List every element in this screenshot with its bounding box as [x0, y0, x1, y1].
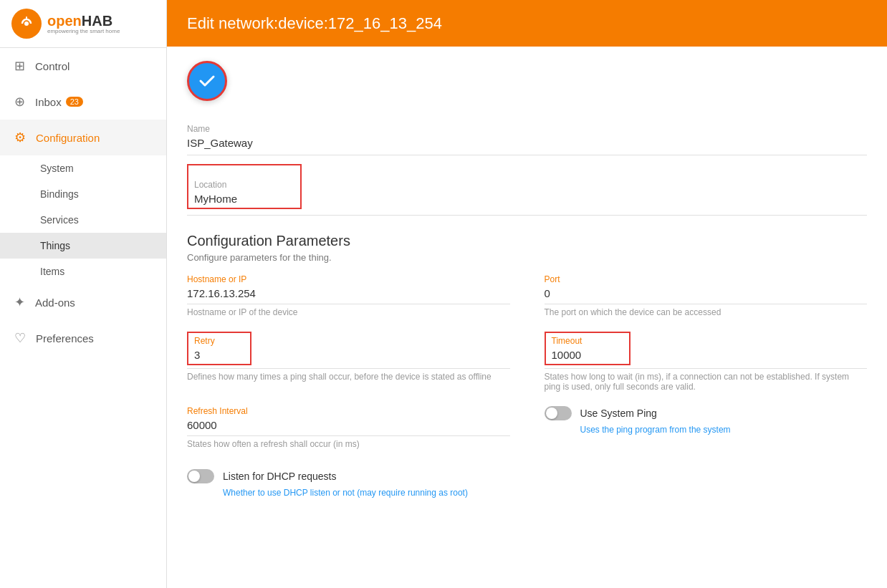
- inbox-icon: ⊕: [14, 94, 25, 110]
- system-label: System: [40, 163, 74, 174]
- location-field-highlighted: Location MyHome: [187, 164, 302, 209]
- hostname-desc: Hostname or IP of the device: [187, 307, 510, 317]
- sidebar-item-things[interactable]: Things: [0, 233, 166, 259]
- section-title: Configuration Parameters: [187, 233, 867, 249]
- name-value: ISP_Gateway: [187, 137, 867, 155]
- logo: open HAB empowering the smart home: [0, 0, 166, 48]
- svg-rect-2: [26, 16, 27, 19]
- svg-point-1: [24, 21, 29, 26]
- system-ping-toggle[interactable]: [545, 406, 572, 420]
- items-label: Items: [40, 266, 64, 277]
- things-label: Things: [40, 240, 70, 251]
- sidebar-item-services[interactable]: Services: [0, 207, 166, 233]
- timeout-desc: States how long to wait (in ms), if a co…: [545, 372, 868, 392]
- system-ping-label: Use System Ping: [580, 408, 657, 419]
- param-dhcp: Listen for DHCP requests Whether to use …: [187, 469, 867, 498]
- system-ping-desc: Uses the ping program from the system: [580, 425, 868, 435]
- sidebar-item-inbox[interactable]: ⊕ Inbox 23: [0, 84, 166, 120]
- preferences-icon: ♡: [14, 330, 26, 346]
- page-header: Edit network:device:172_16_13_254: [167, 0, 887, 47]
- timeout-value: 10000: [552, 349, 623, 361]
- port-label: Port: [545, 274, 868, 284]
- refresh-label: Refresh Interval: [187, 406, 510, 416]
- name-field: Name ISP_Gateway: [187, 124, 867, 155]
- dhcp-toggle[interactable]: [187, 469, 214, 483]
- port-value: 0: [545, 287, 868, 304]
- addons-icon: ✦: [14, 294, 25, 310]
- name-label: Name: [187, 124, 867, 134]
- inbox-label: Inbox: [35, 96, 62, 108]
- param-system-ping: Use System Ping Uses the ping program fr…: [545, 406, 868, 449]
- param-refresh: Refresh Interval 60000 States how often …: [187, 406, 510, 449]
- refresh-desc: States how often a refresh shall occur (…: [187, 439, 510, 449]
- location-divider: [187, 215, 867, 216]
- param-port: Port 0 The port on which the device can …: [545, 274, 868, 317]
- hostname-label: Hostname or IP: [187, 274, 510, 284]
- inbox-badge: 23: [66, 97, 83, 107]
- retry-label: Retry: [194, 336, 244, 346]
- sidebar-item-system[interactable]: System: [0, 155, 166, 181]
- grid-icon: ⊞: [14, 58, 25, 74]
- port-desc: The port on which the device can be acce…: [545, 307, 868, 317]
- location-field-wrapper: Location MyHome: [187, 164, 867, 209]
- retry-desc: Defines how many times a ping shall occu…: [187, 372, 510, 382]
- configuration-label: Configuration: [36, 132, 100, 144]
- main-content: Edit network:device:172_16_13_254 Name I…: [167, 0, 887, 588]
- refresh-value: 60000: [187, 419, 510, 436]
- location-label: Location: [194, 180, 294, 190]
- logo-tagline: empowering the smart home: [47, 28, 120, 34]
- param-hostname: Hostname or IP 172.16.13.254 Hostname or…: [187, 274, 510, 317]
- logo-text: open HAB empowering the smart home: [47, 14, 120, 34]
- dhcp-row: Listen for DHCP requests: [187, 469, 867, 483]
- page-title: Edit network:device:172_16_13_254: [187, 14, 442, 33]
- dhcp-label: Listen for DHCP requests: [223, 471, 336, 482]
- param-timeout: Timeout 10000 States how long to wait (i…: [545, 332, 868, 392]
- logo-icon: [11, 9, 42, 39]
- sidebar: open HAB empowering the smart home ⊞ Con…: [0, 0, 167, 588]
- hostname-value: 172.16.13.254: [187, 287, 510, 304]
- location-value: MyHome: [194, 193, 294, 205]
- services-label: Services: [40, 214, 79, 226]
- section-desc: Configure parameters for the thing.: [187, 252, 867, 263]
- sidebar-item-configuration[interactable]: ⚙ Configuration: [0, 120, 166, 155]
- params-grid: Hostname or IP 172.16.13.254 Hostname or…: [187, 274, 867, 463]
- addons-label: Add-ons: [35, 297, 75, 309]
- sidebar-item-control[interactable]: ⊞ Control: [0, 48, 166, 84]
- save-btn-area: [187, 47, 867, 112]
- sidebar-item-items[interactable]: Items: [0, 259, 166, 284]
- logo-hab: HAB: [82, 14, 112, 28]
- bindings-label: Bindings: [40, 188, 79, 200]
- sidebar-item-addons[interactable]: ✦ Add-ons: [0, 284, 166, 320]
- sidebar-item-bindings[interactable]: Bindings: [0, 181, 166, 207]
- retry-highlighted: Retry 3: [187, 332, 251, 365]
- retry-value: 3: [194, 349, 244, 361]
- preferences-label: Preferences: [36, 332, 94, 344]
- control-label: Control: [35, 60, 69, 72]
- param-retry: Retry 3 Defines how many times a ping sh…: [187, 332, 510, 392]
- timeout-label: Timeout: [552, 336, 623, 346]
- timeout-highlighted: Timeout 10000: [545, 332, 631, 365]
- logo-open: open: [47, 14, 82, 28]
- retry-divider: [187, 368, 510, 369]
- dhcp-desc: Whether to use DHCP listen or not (may r…: [223, 488, 867, 498]
- sidebar-item-preferences[interactable]: ♡ Preferences: [0, 320, 166, 356]
- form-content: Name ISP_Gateway Location MyHome Configu…: [167, 47, 887, 588]
- system-ping-row: Use System Ping: [545, 406, 868, 420]
- timeout-divider: [545, 368, 868, 369]
- config-icon: ⚙: [14, 130, 26, 145]
- save-button[interactable]: [187, 61, 227, 101]
- config-subnav: System Bindings Services Things Items: [0, 155, 166, 284]
